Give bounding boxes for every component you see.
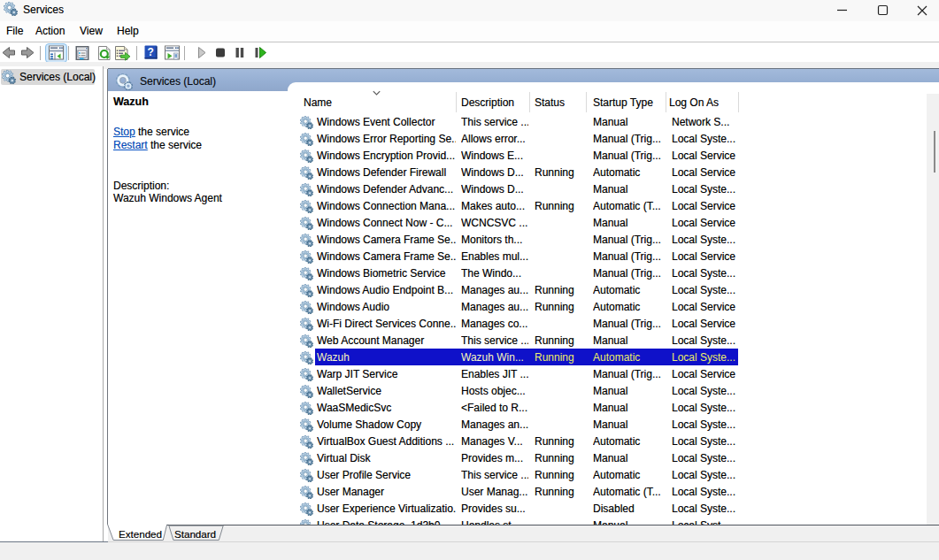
svg-text:?: ? xyxy=(147,46,153,58)
